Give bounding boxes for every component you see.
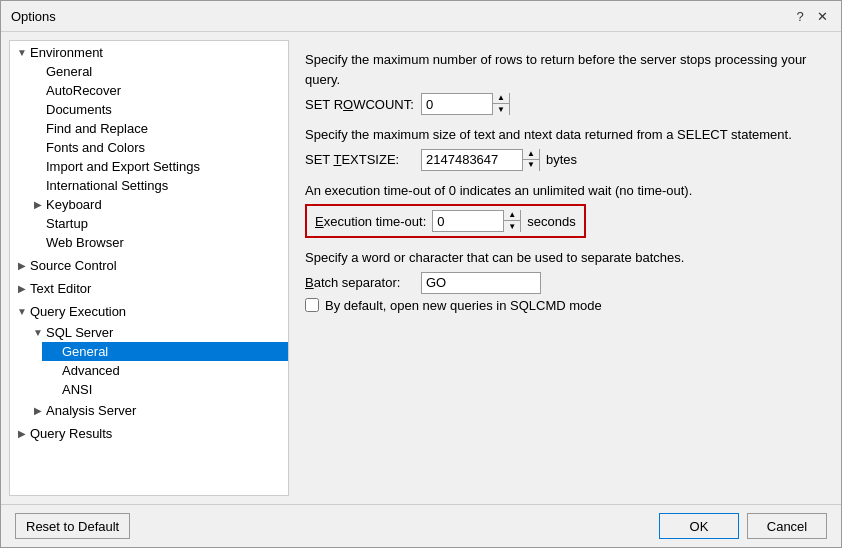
tree-row-query-execution[interactable]: ▼ Query Execution — [10, 302, 288, 321]
tree-label-source-control: Source Control — [30, 258, 284, 273]
rowcount-spinner: ▲ ▼ — [421, 93, 510, 115]
batch-label: Batch separator: — [305, 275, 415, 290]
tree-row-advanced[interactable]: Advanced — [42, 361, 288, 380]
tree-item-text-editor: ▶ Text Editor — [10, 277, 288, 300]
tree-item-query-execution: ▼ Query Execution ▼ SQL Server Gene — [10, 300, 288, 422]
expand-icon-sql-server: ▼ — [30, 327, 46, 338]
textsize-spinner-buttons: ▲ ▼ — [522, 149, 539, 171]
expand-icon-environment: ▼ — [14, 47, 30, 58]
expand-icon-query-results: ▶ — [14, 428, 30, 439]
tree-label-environment: Environment — [30, 45, 284, 60]
tree-label-ansi: ANSI — [62, 382, 284, 397]
expand-icon-text-editor: ▶ — [14, 283, 30, 294]
tree-label-text-editor: Text Editor — [30, 281, 284, 296]
tree-label-sql-general: General — [62, 344, 284, 359]
tree-row-source-control[interactable]: ▶ Source Control — [10, 256, 288, 275]
tree-row-autorecover[interactable]: AutoRecover — [26, 81, 288, 100]
timeout-input[interactable] — [433, 211, 503, 231]
section-textsize: Specify the maximum size of text and nte… — [305, 125, 817, 171]
rowcount-desc: Specify the maximum number of rows to re… — [305, 50, 817, 89]
tree-children-sql-server: General Advanced ANSI — [26, 342, 288, 399]
batch-row: Batch separator: — [305, 272, 817, 294]
rowcount-down-button[interactable]: ▼ — [493, 104, 509, 115]
section-batch: Specify a word or character that can be … — [305, 248, 817, 313]
tree-row-find-replace[interactable]: Find and Replace — [26, 119, 288, 138]
textsize-input[interactable] — [422, 150, 522, 170]
rowcount-input[interactable] — [422, 94, 492, 114]
timeout-row: Execution time-out: ▲ ▼ seconds — [305, 204, 817, 238]
textsize-desc: Specify the maximum size of text and nte… — [305, 125, 817, 145]
tree-label-sql-server: SQL Server — [46, 325, 284, 340]
tree-row-international[interactable]: International Settings — [26, 176, 288, 195]
tree-item-query-results: ▶ Query Results — [10, 422, 288, 445]
tree-children-query-execution: ▼ SQL Server General Advanced — [10, 321, 288, 420]
tree-label-import-export: Import and Export Settings — [46, 159, 284, 174]
tree-item-source-control: ▶ Source Control — [10, 254, 288, 277]
ok-button[interactable]: OK — [659, 513, 739, 539]
timeout-unit: seconds — [527, 214, 575, 229]
tree-row-environment[interactable]: ▼ Environment — [10, 43, 288, 62]
tree-row-query-results[interactable]: ▶ Query Results — [10, 424, 288, 443]
title-bar-controls: ? ✕ — [791, 7, 831, 25]
textsize-label: SET TEXTSIZE: — [305, 152, 415, 167]
textsize-spinner: ▲ ▼ — [421, 149, 540, 171]
batch-desc: Specify a word or character that can be … — [305, 248, 817, 268]
expand-icon-source-control: ▶ — [14, 260, 30, 271]
sqlcmd-row: By default, open new queries in SQLCMD m… — [305, 298, 817, 313]
tree-row-text-editor[interactable]: ▶ Text Editor — [10, 279, 288, 298]
tree-label-keyboard: Keyboard — [46, 197, 284, 212]
tree-row-fonts-colors[interactable]: Fonts and Colors — [26, 138, 288, 157]
dialog-title: Options — [11, 9, 56, 24]
left-panel: ▼ Environment General AutoRecover Docume… — [9, 40, 289, 496]
tree-label-advanced: Advanced — [62, 363, 284, 378]
tree-children-environment: General AutoRecover Documents Find and R… — [10, 62, 288, 252]
rowcount-label: SET ROWCOUNT: — [305, 97, 415, 112]
tree-row-import-export[interactable]: Import and Export Settings — [26, 157, 288, 176]
help-button[interactable]: ? — [791, 7, 809, 25]
timeout-up-button[interactable]: ▲ — [504, 210, 520, 221]
tree-row-documents[interactable]: Documents — [26, 100, 288, 119]
timeout-spinner-buttons: ▲ ▼ — [503, 210, 520, 232]
timeout-down-button[interactable]: ▼ — [504, 221, 520, 232]
right-panel: Specify the maximum number of rows to re… — [289, 40, 833, 496]
rowcount-up-button[interactable]: ▲ — [493, 93, 509, 104]
tree-item-sql-server: ▼ SQL Server General Advanced — [26, 321, 288, 401]
tree-label-general: General — [46, 64, 284, 79]
close-button[interactable]: ✕ — [813, 7, 831, 25]
tree-row-analysis-server[interactable]: ▶ Analysis Server — [26, 401, 288, 420]
tree-label-find-replace: Find and Replace — [46, 121, 284, 136]
cancel-button[interactable]: Cancel — [747, 513, 827, 539]
sqlcmd-label: By default, open new queries in SQLCMD m… — [325, 298, 602, 313]
tree-row-web-browser[interactable]: Web Browser — [26, 233, 288, 252]
batch-separator-input[interactable] — [421, 272, 541, 294]
tree-row-sql-general[interactable]: General — [42, 342, 288, 361]
tree-label-autorecover: AutoRecover — [46, 83, 284, 98]
tree-label-query-execution: Query Execution — [30, 304, 284, 319]
section-rowcount: Specify the maximum number of rows to re… — [305, 50, 817, 115]
textsize-down-button[interactable]: ▼ — [523, 160, 539, 171]
tree-label-startup: Startup — [46, 216, 284, 231]
options-dialog: Options ? ✕ ▼ Environment General — [0, 0, 842, 548]
tree-row-startup[interactable]: Startup — [26, 214, 288, 233]
tree-row-keyboard[interactable]: ▶ Keyboard — [26, 195, 288, 214]
reset-button[interactable]: Reset to Default — [15, 513, 130, 539]
execution-timeout-box: Execution time-out: ▲ ▼ seconds — [305, 204, 586, 238]
bottom-bar: Reset to Default OK Cancel — [1, 504, 841, 547]
textsize-row: SET TEXTSIZE: ▲ ▼ bytes — [305, 149, 817, 171]
rowcount-row: SET ROWCOUNT: ▲ ▼ — [305, 93, 817, 115]
timeout-spinner: ▲ ▼ — [432, 210, 521, 232]
tree-row-sql-server[interactable]: ▼ SQL Server — [26, 323, 288, 342]
expand-icon-query-execution: ▼ — [14, 306, 30, 317]
textsize-up-button[interactable]: ▲ — [523, 149, 539, 160]
tree-row-general[interactable]: General — [26, 62, 288, 81]
section-timeout: An execution time-out of 0 indicates an … — [305, 181, 817, 239]
timeout-desc: An execution time-out of 0 indicates an … — [305, 181, 817, 201]
textsize-unit: bytes — [546, 152, 577, 167]
expand-icon-analysis-server: ▶ — [30, 405, 46, 416]
tree-row-ansi[interactable]: ANSI — [42, 380, 288, 399]
expand-icon-keyboard: ▶ — [30, 199, 46, 210]
sqlcmd-checkbox[interactable] — [305, 298, 319, 312]
tree-label-documents: Documents — [46, 102, 284, 117]
tree-label-query-results: Query Results — [30, 426, 284, 441]
dialog-content: ▼ Environment General AutoRecover Docume… — [1, 32, 841, 504]
